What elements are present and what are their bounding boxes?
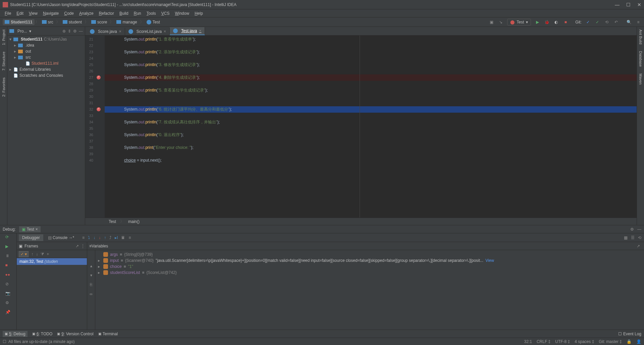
evaluate-icon[interactable]: 🖩	[121, 235, 125, 240]
code-line-32[interactable]: System.out.println("6. 统计这门课平均分、最高分和最低分"…	[105, 106, 637, 113]
menu-navigate[interactable]: Navigate	[41, 10, 61, 16]
layout-icon[interactable]: ▦	[624, 235, 628, 240]
event-log-tab[interactable]: ☐Event Log	[618, 332, 641, 336]
build-icon[interactable]: ▣	[488, 19, 494, 25]
copy-icon[interactable]: ⎘	[90, 282, 92, 287]
close-icon[interactable]: ×	[164, 29, 166, 34]
debug-session-tab[interactable]: ▣ Test ×	[19, 226, 41, 232]
editor-tab-testjava[interactable]: Test.java×	[170, 27, 205, 35]
run-configuration[interactable]: ⬤ Test ▾	[507, 19, 531, 25]
tool-antbuild[interactable]: Ant Build	[639, 28, 643, 46]
code-line-31[interactable]	[105, 100, 637, 106]
minimize-button[interactable]: —	[615, 2, 620, 7]
bottom-tab-debug[interactable]: ▣5: Debug	[3, 331, 28, 337]
code-line-27[interactable]: System.out.println("4. 删除学生成绩记录");	[105, 74, 637, 81]
step-over-icon[interactable]: ⤵	[88, 235, 90, 240]
sync-icon[interactable]: ↘	[498, 19, 504, 25]
console-tab[interactable]: ▤ Console →*	[45, 234, 77, 241]
menu-vcs[interactable]: VCS	[159, 10, 172, 16]
step-into-icon[interactable]: ↓	[93, 235, 95, 240]
debugger-tab[interactable]: Debugger	[19, 234, 43, 241]
tree-item-externallibraries[interactable]: ▸📄External Libraries	[7, 66, 85, 72]
code-line-33[interactable]	[105, 113, 637, 119]
drop-frame-icon[interactable]: ⤴	[109, 235, 111, 240]
view-link[interactable]: View	[485, 258, 494, 263]
code-area[interactable]: System.out.println("1. 查看学生成绩单"); System…	[105, 36, 637, 218]
menu-view[interactable]: View	[27, 10, 40, 16]
breakpoints-icon[interactable]: ●●	[5, 272, 11, 278]
menu-window[interactable]: Window	[173, 10, 191, 16]
editor-body[interactable]: 2122232425262728293031323334353637383940…	[85, 36, 637, 218]
code-line-36[interactable]: System.out.println("0. 退出程序");	[105, 132, 637, 138]
checkbox-icon[interactable]: ✓ ▾	[19, 251, 29, 257]
editor-tab-scorelistjava[interactable]: ScoreList.java×	[125, 28, 170, 35]
frame-item[interactable]: main:32, Test (studen	[17, 258, 87, 265]
lock-icon[interactable]: 🔒	[627, 339, 632, 344]
menu-file[interactable]: File	[3, 10, 13, 16]
step-out-icon[interactable]: ↑	[104, 235, 106, 240]
maximize-button[interactable]: ☐	[626, 2, 631, 7]
restore-icon[interactable]: ⟲	[638, 235, 641, 240]
code-line-35[interactable]	[105, 125, 637, 132]
expand-icon[interactable]: ↗	[75, 244, 79, 248]
pause-icon[interactable]: ⏸	[5, 253, 11, 260]
breadcrumb-src[interactable]: src	[40, 19, 55, 25]
ide-settings-icon[interactable]: ≡	[635, 19, 641, 25]
git-update-icon[interactable]: ✓	[585, 19, 591, 25]
code-line-38[interactable]: System.out.print("Enter your choice: ");	[105, 145, 637, 151]
var-row-choice[interactable]: ▸choice = "1"	[97, 264, 643, 270]
tree-item-out[interactable]: ▸out	[7, 48, 85, 54]
status-item-1[interactable]: CRLF ‡	[537, 339, 550, 344]
coverage-button[interactable]: ◐	[553, 19, 559, 25]
breadcrumb-manage[interactable]: manage	[114, 19, 139, 25]
tree-item-idea[interactable]: ▸.idea	[7, 42, 85, 48]
git-commit-icon[interactable]: ✓	[594, 19, 600, 25]
bottom-tab-versioncontrol[interactable]: ▣9: Version Control	[57, 332, 93, 336]
menu-edit[interactable]: Edit	[14, 10, 25, 16]
dropdown-icon[interactable]: ▾	[29, 29, 31, 34]
target-icon[interactable]: ⊕	[62, 29, 66, 34]
search-icon[interactable]: 🔍	[626, 19, 632, 25]
settings-icon[interactable]: ⚙	[5, 300, 11, 306]
code-line-40[interactable]: choice = input.next();	[105, 157, 637, 164]
threads-icon[interactable]: ☰	[631, 235, 635, 240]
code-line-39[interactable]	[105, 151, 637, 157]
git-revert-icon[interactable]: ↶	[613, 19, 619, 25]
menu-build[interactable]: Build	[117, 10, 130, 16]
var-row-args[interactable]: args = {String[0]@739}	[97, 251, 643, 257]
rerun-icon[interactable]: ⟳	[5, 235, 11, 241]
tool-structure[interactable]: 7: Structure	[2, 50, 6, 72]
hide-icon[interactable]: —	[79, 29, 83, 34]
bottom-tab-terminal[interactable]: ▣Terminal	[98, 332, 118, 336]
next-frame-icon[interactable]: ↓	[36, 252, 38, 256]
user-icon[interactable]: 👤	[636, 339, 641, 344]
code-line-26[interactable]	[105, 68, 637, 74]
editor-tab-scorejava[interactable]: Score.java×	[87, 28, 125, 35]
close-icon[interactable]: ×	[119, 29, 121, 34]
more-icon[interactable]: ⋮	[81, 244, 85, 248]
tree-item-student111iml[interactable]: 📄Student111.iml	[7, 60, 85, 66]
force-step-into-icon[interactable]: ↓	[99, 235, 101, 240]
tree-item-student111[interactable]: ▾Student111 C:\Users\Jas	[7, 36, 85, 42]
gear-icon[interactable]: ⚙	[73, 29, 77, 34]
tool-favorites[interactable]: 2: Favorites	[2, 76, 6, 98]
mute-icon[interactable]: ⊘	[5, 282, 11, 288]
debug-button[interactable]: 🐞	[544, 19, 550, 25]
breadcrumb-test[interactable]: Test	[145, 19, 162, 25]
tree-item-src[interactable]: ▸src	[7, 54, 85, 60]
breakpoint-icon[interactable]	[97, 107, 101, 111]
breakpoint-icon[interactable]	[97, 75, 101, 79]
trace-icon[interactable]: ≡	[128, 235, 131, 240]
filter-icon[interactable]: ⧩	[41, 252, 44, 256]
status-item-2[interactable]: UTF-8 ‡	[555, 339, 570, 344]
code-line-34[interactable]: System.out.println("7. 按成绩从高往低排序，并输出");	[105, 119, 637, 125]
menu-run[interactable]: Run	[132, 10, 143, 16]
breadcrumb-student111[interactable]: Student111	[3, 19, 35, 25]
menu-analyze[interactable]: Analyze	[77, 10, 96, 16]
up-icon[interactable]: ▴	[90, 264, 92, 268]
close-button[interactable]: ✕	[637, 2, 641, 7]
close-icon[interactable]: ×	[199, 28, 201, 33]
hide-icon[interactable]: —	[637, 227, 641, 232]
run-button[interactable]: ▶	[534, 19, 540, 25]
tool-project[interactable]: 1: Project	[2, 28, 6, 46]
